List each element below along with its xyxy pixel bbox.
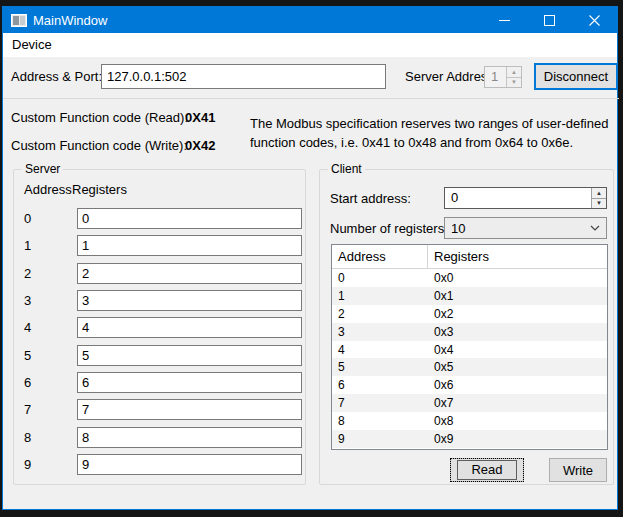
server-address-value: 1 bbox=[485, 67, 506, 87]
number-of-registers-label: Number of registers: bbox=[330, 221, 448, 236]
menu-device[interactable]: Device bbox=[3, 33, 61, 57]
client-group-title: Client bbox=[328, 162, 365, 176]
client-groupbox: Client Start address: 0 ▲ ▼ Number of re… bbox=[319, 169, 614, 485]
horizontal-separator bbox=[3, 98, 619, 99]
table-row[interactable]: 8 0x8 bbox=[332, 412, 607, 430]
spin-up-icon[interactable]: ▲ bbox=[592, 188, 606, 199]
table-cell-address: 2 bbox=[332, 305, 428, 323]
table-cell-register: 0x8 bbox=[428, 412, 607, 430]
table-row[interactable]: 1 0x1 bbox=[332, 287, 607, 305]
server-register-input[interactable] bbox=[77, 235, 302, 256]
server-register-input[interactable] bbox=[77, 454, 302, 475]
server-group-title: Server bbox=[22, 162, 63, 176]
maximize-icon bbox=[544, 15, 555, 26]
table-cell-address: 3 bbox=[332, 323, 428, 341]
server-row: 2 bbox=[14, 263, 305, 284]
server-row: 3 bbox=[14, 290, 305, 311]
read-button[interactable]: Read bbox=[450, 458, 524, 482]
server-register-input[interactable] bbox=[77, 263, 302, 284]
server-row-address: 6 bbox=[24, 375, 31, 390]
minimize-button[interactable] bbox=[482, 7, 527, 33]
start-address-label: Start address: bbox=[330, 191, 411, 206]
server-row-address: 3 bbox=[24, 293, 31, 308]
table-cell-register: 0x0 bbox=[428, 269, 607, 287]
table-cell-register: 0x9 bbox=[428, 430, 607, 448]
table-cell-address: 5 bbox=[332, 358, 428, 376]
chevron-down-icon bbox=[584, 225, 606, 231]
server-register-input[interactable] bbox=[77, 317, 302, 338]
server-row-address: 5 bbox=[24, 348, 31, 363]
custom-read-value: 0X41 bbox=[185, 110, 215, 125]
server-register-input[interactable] bbox=[77, 290, 302, 311]
table-row[interactable]: 5 0x5 bbox=[332, 358, 607, 376]
maximize-button[interactable] bbox=[527, 7, 572, 33]
table-header-address: Address bbox=[332, 245, 428, 268]
table-row[interactable]: 0 0x0 bbox=[332, 269, 607, 287]
table-cell-register: 0x2 bbox=[428, 305, 607, 323]
number-of-registers-value: 10 bbox=[445, 221, 584, 236]
server-row: 7 bbox=[14, 399, 305, 420]
start-address-value: 0 bbox=[445, 188, 591, 208]
modbus-note: The Modbus specification reserves two ra… bbox=[250, 114, 610, 152]
start-address-spinbox[interactable]: 0 ▲ ▼ bbox=[444, 187, 607, 209]
start-address-spin-buttons[interactable]: ▲ ▼ bbox=[591, 188, 606, 208]
table-cell-address: 7 bbox=[332, 394, 428, 412]
server-register-input[interactable] bbox=[77, 427, 302, 448]
spin-down-icon: ▼ bbox=[507, 78, 521, 88]
server-row-address: 8 bbox=[24, 430, 31, 445]
server-row: 8 bbox=[14, 427, 305, 448]
modbus-note-line1: The Modbus specification reserves two ra… bbox=[250, 114, 610, 133]
server-row-address: 0 bbox=[24, 211, 31, 226]
table-row[interactable]: 3 0x3 bbox=[332, 323, 607, 341]
server-row: 1 bbox=[14, 235, 305, 256]
number-of-registers-combobox[interactable]: 10 bbox=[444, 217, 607, 239]
table-header-registers: Registers bbox=[428, 245, 607, 268]
table-cell-address: 8 bbox=[332, 412, 428, 430]
close-button[interactable] bbox=[572, 7, 617, 33]
table-cell-register: 0x3 bbox=[428, 323, 607, 341]
table-row[interactable]: 9 0x9 bbox=[332, 430, 607, 448]
write-button[interactable]: Write bbox=[549, 458, 607, 482]
server-address-spin-buttons: ▲ ▼ bbox=[506, 67, 521, 87]
server-groupbox: Server Address Registers 0 1 2 3 4 5 6 bbox=[13, 169, 306, 485]
server-row: 4 bbox=[14, 317, 305, 338]
server-row: 0 bbox=[14, 208, 305, 229]
table-row[interactable]: 4 0x4 bbox=[332, 341, 607, 359]
server-registers-header: Registers bbox=[72, 182, 127, 197]
table-cell-register: 0x5 bbox=[428, 358, 607, 376]
server-register-input[interactable] bbox=[77, 372, 302, 393]
table-row[interactable]: 2 0x2 bbox=[332, 305, 607, 323]
table-header-row: Address Registers bbox=[332, 245, 607, 269]
table-cell-address: 9 bbox=[332, 430, 428, 448]
table-row[interactable]: 6 0x6 bbox=[332, 376, 607, 394]
server-register-input[interactable] bbox=[77, 208, 302, 229]
table-row[interactable]: 7 0x7 bbox=[332, 394, 607, 412]
custom-read-label: Custom Function code (Read): bbox=[11, 110, 188, 125]
table-cell-register: 0x4 bbox=[428, 341, 607, 359]
menu-bar: Device bbox=[3, 33, 617, 57]
table-cell-register: 0x1 bbox=[428, 287, 607, 305]
server-register-input[interactable] bbox=[77, 345, 302, 366]
close-icon bbox=[589, 15, 600, 26]
table-cell-register: 0x7 bbox=[428, 394, 607, 412]
main-window: MainWindow Device Address & Port: Server… bbox=[2, 6, 618, 510]
server-row-address: 7 bbox=[24, 402, 31, 417]
title-bar: MainWindow bbox=[3, 7, 617, 33]
server-row-address: 9 bbox=[24, 457, 31, 472]
app-window-icon[interactable] bbox=[11, 14, 27, 27]
address-port-input[interactable] bbox=[101, 64, 386, 89]
modbus-note-line2: function codes, i.e. 0x41 to 0x48 and fr… bbox=[250, 133, 610, 152]
table-body: 0 0x0 1 0x1 2 0x2 3 0x3 4 0x4 5 0x5 6 0x… bbox=[332, 269, 607, 448]
client-registers-table: Address Registers 0 0x0 1 0x1 2 0x2 3 0x… bbox=[331, 244, 608, 450]
server-row-address: 2 bbox=[24, 266, 31, 281]
server-row: 5 bbox=[14, 345, 305, 366]
spin-down-icon[interactable]: ▼ bbox=[592, 199, 606, 209]
content-area: Address & Port: Server Address: 1 ▲ ▼ Di… bbox=[3, 57, 617, 509]
server-register-input[interactable] bbox=[77, 399, 302, 420]
server-row-address: 4 bbox=[24, 320, 31, 335]
spin-up-icon: ▲ bbox=[507, 67, 521, 78]
table-cell-address: 0 bbox=[332, 269, 428, 287]
table-cell-address: 6 bbox=[332, 376, 428, 394]
disconnect-button[interactable]: Disconnect bbox=[534, 63, 618, 90]
read-button-label: Read bbox=[457, 460, 516, 480]
